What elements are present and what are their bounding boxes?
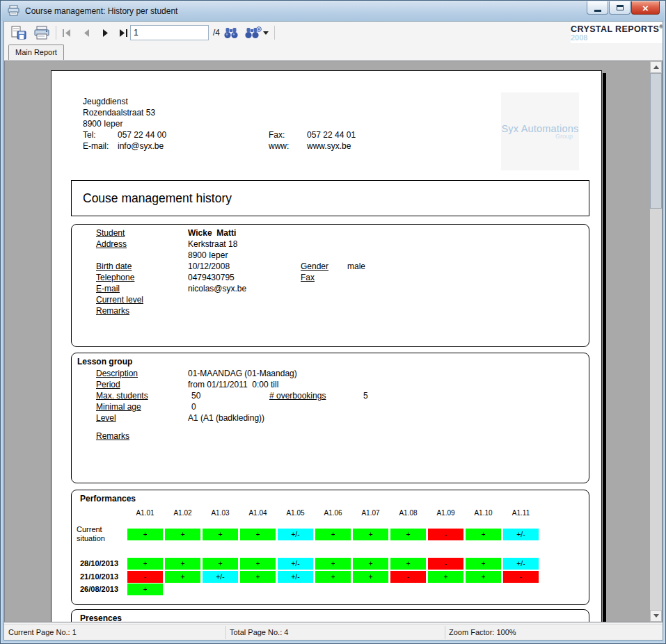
status-total-page: Total Page No.: 4 — [230, 628, 288, 636]
company-header-right: Fax:057 22 44 01 www:www.syx.be — [269, 129, 356, 152]
max-students-value: 50 — [191, 391, 200, 401]
chevron-down-icon — [263, 31, 269, 35]
previous-page-icon — [82, 29, 90, 38]
email-value: info@syx.be — [118, 141, 164, 151]
address-line2: 8900 Ieper — [188, 250, 228, 260]
perf-column-header: A1.11 — [503, 509, 539, 517]
previous-page-button[interactable] — [79, 24, 94, 42]
print-button[interactable] — [33, 24, 51, 42]
description-label: Description — [96, 369, 138, 378]
perf-cell: + — [466, 529, 501, 540]
page-total-label: /4 — [213, 28, 220, 38]
perf-column-header: A1.08 — [390, 509, 426, 517]
lesson-remarks-label: Remarks — [96, 431, 129, 441]
tab-row: Main Report — [4, 43, 663, 61]
tab-main-report[interactable]: Main Report — [8, 45, 64, 60]
perf-cell: + — [390, 558, 426, 570]
perf-cell: +/- — [203, 571, 238, 583]
close-button[interactable]: × — [631, 1, 660, 15]
presences-section: Presences — [71, 609, 589, 622]
chevron-up-icon — [653, 65, 659, 69]
www-value: www.syx.be — [307, 141, 351, 151]
perf-cell: +/- — [278, 558, 313, 570]
printer-app-icon — [8, 5, 20, 19]
student-email-label: E-mail — [96, 284, 120, 293]
page-number-input[interactable] — [130, 25, 209, 40]
export-button[interactable] — [10, 24, 28, 42]
toolbar-separator — [274, 26, 275, 40]
student-email-value: nicolas@syx.be — [188, 284, 246, 293]
student-label: Student — [96, 228, 125, 238]
perf-cell: - — [428, 529, 463, 540]
perf-cell: + — [127, 558, 163, 570]
perf-cell: - — [428, 558, 463, 570]
perf-column-header: A1.05 — [278, 509, 313, 517]
perf-row-label: 28/10/2013 — [80, 557, 125, 570]
next-page-button[interactable] — [98, 24, 113, 42]
perf-cell: + — [127, 529, 163, 540]
perf-column-header: A1.01 — [127, 509, 163, 517]
report-title-box: Couse management history — [71, 180, 589, 216]
telephone-label: Telephone — [96, 273, 134, 282]
syx-automations-logo: Syx Automations Group — [501, 92, 579, 170]
perf-cell: +/- — [503, 558, 539, 570]
perf-row-label: 21/10/2013 — [80, 570, 125, 583]
report-viewport[interactable]: Jeugddienst Rozendaalstraat 53 8900 Iepe… — [4, 61, 663, 622]
performances-grid: A1.01A1.02A1.03A1.04A1.05A1.06A1.07A1.08… — [72, 490, 589, 604]
toolbar: /4 — [4, 22, 663, 43]
perf-column-header: A1.07 — [353, 509, 388, 517]
address-label: Address — [96, 239, 127, 249]
company-name: Jeugddienst — [83, 96, 166, 107]
find-button[interactable] — [222, 24, 240, 42]
gender-value: male — [347, 261, 365, 271]
fax-value: 057 22 44 01 — [307, 130, 356, 140]
maximize-button[interactable] — [609, 1, 631, 15]
scrollbar-thumb[interactable] — [650, 73, 662, 209]
tel-value: 057 22 44 00 — [118, 130, 166, 140]
perf-cell: + — [428, 571, 463, 583]
scroll-up-button[interactable] — [650, 61, 662, 73]
student-section: Student Wicke Matti Address Kerkstraat 1… — [71, 224, 589, 347]
perf-column-header: A1.10 — [466, 509, 501, 517]
performances-section: Performances A1.01A1.02A1.03A1.04A1.05A1… — [71, 490, 589, 605]
zoom-button[interactable] — [243, 24, 262, 42]
minimize-button[interactable] — [587, 1, 608, 15]
perf-cell: - — [127, 571, 163, 583]
perf-cell: - — [390, 571, 426, 583]
perf-cell: + — [315, 529, 351, 540]
minimal-age-value: 0 — [191, 402, 196, 412]
maximize-icon — [617, 5, 624, 10]
perf-cell: +/- — [278, 571, 313, 583]
first-page-icon — [62, 29, 72, 38]
period-label: Period — [96, 380, 120, 389]
student-fax-label: Fax — [301, 273, 315, 282]
company-city: 8900 Ieper — [83, 118, 166, 129]
status-zoom-factor: Zoom Factor: 100% — [449, 628, 516, 636]
title-bar[interactable]: Course management: History per student × — [1, 1, 665, 21]
zoom-dropdown-button[interactable] — [262, 24, 270, 42]
perf-column-header: A1.06 — [315, 509, 351, 517]
perf-cell: + — [353, 529, 388, 540]
status-bar: Current Page No.: 1 Total Page No.: 4 Zo… — [4, 624, 663, 640]
page-shadow — [603, 73, 606, 622]
perf-cell: + — [127, 583, 163, 595]
perf-column-header: A1.09 — [428, 509, 463, 517]
perf-row-label: Current situation — [77, 525, 121, 542]
first-page-button[interactable] — [59, 24, 74, 42]
scroll-down-button[interactable] — [650, 610, 662, 622]
client-area: /4 — [3, 21, 663, 641]
next-page-icon — [102, 29, 110, 38]
perf-cell: + — [315, 558, 351, 570]
www-label: www: — [269, 140, 307, 152]
description-value: 01-MAANDAG (01-Maandag) — [188, 369, 297, 378]
perf-cell: + — [240, 558, 276, 570]
vertical-scrollbar[interactable] — [650, 61, 662, 622]
company-street: Rozendaalstraat 53 — [83, 107, 166, 118]
last-page-button[interactable] — [116, 24, 131, 42]
perf-cell: + — [390, 529, 426, 540]
gender-label: Gender — [301, 261, 328, 271]
perf-cell: +/- — [503, 529, 539, 540]
status-separator — [445, 626, 445, 639]
perf-row-label: 26/08/2013 — [80, 583, 125, 596]
status-current-page: Current Page No.: 1 — [8, 628, 77, 636]
